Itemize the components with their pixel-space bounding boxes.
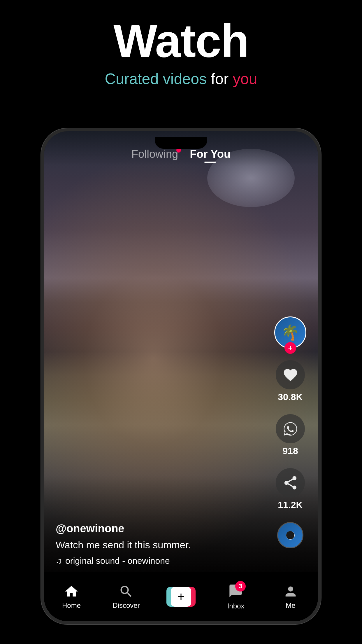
avatar-icon: 🌴: [281, 324, 299, 341]
video-info: @onewinone Watch me send it this summer.…: [56, 522, 271, 566]
create-button[interactable]: +: [166, 587, 196, 607]
home-label: Home: [62, 601, 81, 610]
avatar-container: 🌴 +: [274, 316, 306, 349]
profile-icon: [283, 584, 298, 599]
inbox-container: 3: [228, 583, 243, 600]
top-navigation: Following For You: [44, 131, 318, 166]
video-caption: Watch me send it this summer.: [56, 538, 271, 551]
comment-icon: [282, 421, 298, 437]
creator-avatar-item[interactable]: 🌴 +: [274, 316, 306, 349]
sound-name: original sound - onewinone: [65, 556, 170, 566]
music-disc-action[interactable]: [277, 522, 303, 548]
like-button[interactable]: [276, 360, 305, 389]
profile-label: Me: [286, 601, 295, 610]
comment-action[interactable]: 918: [276, 414, 305, 456]
tab-for-you[interactable]: For You: [190, 148, 231, 160]
globe-icon: [285, 530, 296, 540]
creator-username[interactable]: @onewinone: [56, 522, 271, 535]
like-count: 30.8K: [278, 392, 303, 402]
music-disc: [277, 522, 303, 548]
share-action[interactable]: 11.2K: [276, 468, 305, 510]
top-hero: Watch Curated videos for you: [0, 0, 362, 99]
nav-discover[interactable]: Discover: [99, 584, 154, 610]
nav-create[interactable]: +: [154, 587, 208, 607]
inbox-label: Inbox: [227, 602, 245, 610]
phone-frame: Following For You 🌴 +: [41, 128, 321, 624]
create-btn-center: +: [171, 587, 191, 607]
heart-icon: [282, 367, 298, 383]
inbox-badge: 3: [235, 581, 246, 592]
right-action-buttons: 🌴 + 30.8K: [274, 316, 306, 548]
watch-title: Watch: [0, 18, 362, 64]
subtitle-you: you: [233, 70, 257, 87]
share-icon: [282, 475, 298, 491]
sound-row[interactable]: ♫ original sound - onewinone: [56, 556, 271, 566]
comment-count: 918: [282, 446, 298, 456]
phone-screen: Following For You 🌴 +: [44, 131, 318, 621]
bottom-navigation: Home Discover +: [44, 572, 318, 621]
nav-inbox[interactable]: 3 Inbox: [208, 583, 263, 610]
discover-icon: [119, 584, 134, 599]
follow-button[interactable]: +: [284, 342, 296, 354]
share-button[interactable]: [276, 468, 305, 497]
nav-profile[interactable]: Me: [263, 584, 318, 610]
phone-notch: [155, 137, 207, 149]
nav-tabs: Following For You: [131, 148, 231, 160]
music-note-icon: ♫: [56, 556, 62, 566]
like-action[interactable]: 30.8K: [276, 360, 305, 402]
comment-button[interactable]: [276, 414, 305, 443]
share-count: 11.2K: [278, 500, 303, 510]
subtitle-for: for: [211, 70, 233, 87]
phone-mockup: Following For You 🌴 +: [41, 128, 321, 624]
subtitle-curated: Curated videos: [105, 70, 211, 87]
nav-home[interactable]: Home: [44, 584, 99, 610]
discover-label: Discover: [113, 601, 140, 610]
subtitle: Curated videos for you: [0, 70, 362, 88]
home-icon: [64, 584, 79, 599]
tab-following[interactable]: Following: [131, 148, 178, 160]
